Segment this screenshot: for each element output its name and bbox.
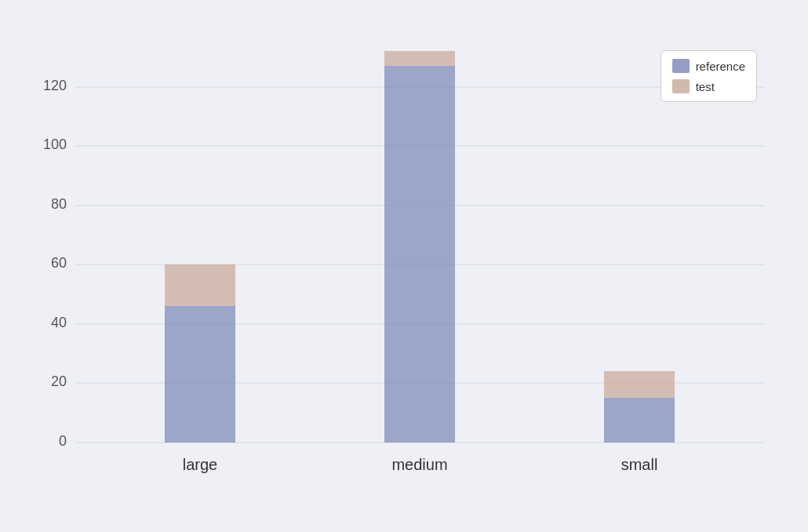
x-label-large: large	[183, 456, 217, 473]
legend-item-test: test	[672, 79, 745, 93]
y-tick-80: 80	[51, 196, 67, 212]
x-label-medium: medium	[391, 456, 447, 473]
bar-medium-reference	[384, 66, 455, 443]
legend-swatch-reference	[672, 59, 690, 73]
chart-container: 120 100 80 60 40 20 0 large	[20, 19, 788, 513]
bar-small-test	[604, 371, 675, 398]
y-tick-60: 60	[51, 255, 67, 271]
legend-label-reference: reference	[696, 60, 745, 73]
bar-small-reference	[604, 398, 675, 443]
chart-legend: reference test	[661, 50, 757, 102]
x-label-small: small	[621, 456, 658, 473]
y-tick-40: 40	[51, 315, 67, 330]
y-tick-20: 20	[51, 373, 67, 389]
bar-large-test	[165, 264, 235, 306]
chart-svg: 120 100 80 60 40 20 0 large	[75, 42, 765, 466]
y-tick-100: 100	[43, 137, 67, 152]
y-tick-120: 120	[43, 78, 67, 93]
chart-area: 120 100 80 60 40 20 0 large	[75, 42, 765, 466]
legend-item-reference: reference	[672, 59, 745, 73]
legend-swatch-test	[672, 79, 690, 93]
legend-label-test: test	[696, 80, 715, 93]
bar-medium-test	[384, 51, 455, 66]
y-tick-0: 0	[59, 433, 67, 449]
bar-large-reference	[165, 306, 235, 443]
